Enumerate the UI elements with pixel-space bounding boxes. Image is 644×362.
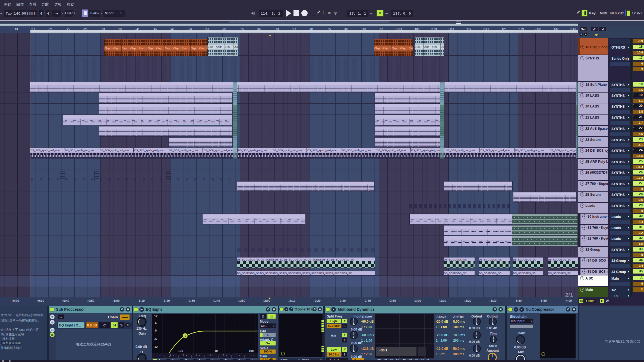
svg-text:1: 1 [184, 334, 186, 337]
